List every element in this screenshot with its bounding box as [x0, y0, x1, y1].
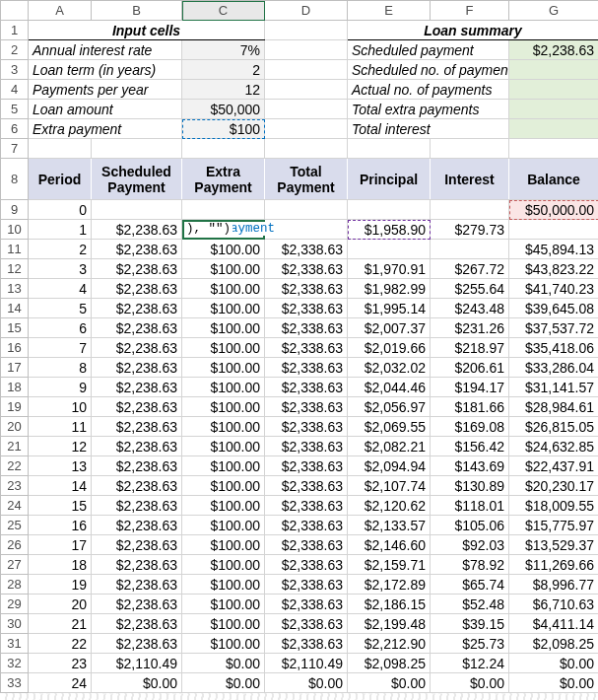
cell-period[interactable]: 19: [29, 575, 92, 595]
cell-period[interactable]: 12: [29, 437, 92, 456]
actual-no-value[interactable]: [509, 80, 599, 100]
row-6[interactable]: 6: [1, 119, 29, 139]
cell-period[interactable]: 14: [29, 476, 92, 496]
cell-scheduled[interactable]: $2,238.63: [92, 259, 182, 279]
cell-period[interactable]: 2: [29, 240, 92, 259]
col-G[interactable]: G: [509, 1, 599, 21]
cell-balance[interactable]: $0.00: [509, 654, 599, 673]
cell-total[interactable]: $2,338.63: [265, 417, 348, 437]
cell-scheduled[interactable]: $2,238.63: [92, 634, 182, 654]
row-32[interactable]: 32: [1, 654, 29, 673]
cell-interest[interactable]: $0.00: [431, 673, 509, 693]
cell-extra[interactable]: $100.00: [182, 555, 265, 575]
row-33[interactable]: 33: [1, 673, 29, 693]
cell-balance[interactable]: [509, 220, 599, 240]
row-30[interactable]: 30: [1, 614, 29, 634]
cell-period[interactable]: 6: [29, 318, 92, 338]
cell-principal[interactable]: $2,186.15: [348, 595, 431, 614]
cell-principal[interactable]: $1,970.91: [348, 259, 431, 279]
cell-extra[interactable]: $100.00: [182, 259, 265, 279]
cell-extra[interactable]: $0.00: [182, 673, 265, 693]
cell-scheduled[interactable]: [92, 200, 182, 220]
cell-balance[interactable]: $33,286.04: [509, 358, 599, 378]
cell-extra[interactable]: $100.00: [182, 299, 265, 318]
cell-interest[interactable]: $39.15: [431, 614, 509, 634]
cell-total[interactable]: $2,338.63: [265, 397, 348, 417]
cell-principal[interactable]: $2,212.90: [348, 634, 431, 654]
row-29[interactable]: 29: [1, 595, 29, 614]
cell-extra[interactable]: $100.00: [182, 318, 265, 338]
cell[interactable]: [509, 139, 599, 159]
cell-period[interactable]: 4: [29, 279, 92, 299]
cell-period[interactable]: 9: [29, 378, 92, 397]
cell-period[interactable]: 1: [29, 220, 92, 240]
cell-total[interactable]: $2,338.63: [265, 299, 348, 318]
row-15[interactable]: 15: [1, 318, 29, 338]
cell-interest[interactable]: $194.17: [431, 378, 509, 397]
cell-principal[interactable]: [348, 200, 431, 220]
cell-extra[interactable]: [182, 200, 265, 220]
cell-balance[interactable]: $13,529.37: [509, 535, 599, 555]
cell-interest[interactable]: $105.06: [431, 516, 509, 535]
row-21[interactable]: 21: [1, 437, 29, 456]
cell-scheduled[interactable]: $2,238.63: [92, 575, 182, 595]
cell-interest[interactable]: $25.73: [431, 634, 509, 654]
cell-total[interactable]: $2,338.63: [265, 555, 348, 575]
cell-scheduled[interactable]: $2,238.63: [92, 378, 182, 397]
total-extra-value[interactable]: [509, 100, 599, 119]
cell-extra[interactable]: $100.00: [182, 397, 265, 417]
cell-balance[interactable]: $39,645.08: [509, 299, 599, 318]
cell-balance[interactable]: $0.00: [509, 673, 599, 693]
cell-extra[interactable]: $100.00: [182, 437, 265, 456]
cell-interest[interactable]: $267.72: [431, 259, 509, 279]
row-10[interactable]: 10: [1, 220, 29, 240]
cell-total[interactable]: [265, 220, 348, 240]
cell-period[interactable]: 5: [29, 299, 92, 318]
cell[interactable]: [348, 139, 431, 159]
cell-principal[interactable]: $2,107.74: [348, 476, 431, 496]
cell-scheduled[interactable]: $2,238.63: [92, 535, 182, 555]
cell-balance[interactable]: $20,230.17: [509, 476, 599, 496]
row-28[interactable]: 28: [1, 575, 29, 595]
cell-total[interactable]: $2,338.63: [265, 614, 348, 634]
cell-interest[interactable]: $65.74: [431, 575, 509, 595]
cell-scheduled[interactable]: $2,238.63: [92, 299, 182, 318]
row-4[interactable]: 4: [1, 80, 29, 100]
cell-total[interactable]: $2,338.63: [265, 456, 348, 476]
cell-balance[interactable]: $31,141.57: [509, 378, 599, 397]
row-27[interactable]: 27: [1, 555, 29, 575]
cell-total[interactable]: $2,338.63: [265, 516, 348, 535]
cell-total[interactable]: $2,338.63: [265, 476, 348, 496]
cell-principal[interactable]: $2,199.48: [348, 614, 431, 634]
cell-balance[interactable]: $15,775.97: [509, 516, 599, 535]
cell-period[interactable]: 10: [29, 397, 92, 417]
cell-scheduled[interactable]: $2,238.63: [92, 516, 182, 535]
cell[interactable]: [182, 139, 265, 159]
cell-interest[interactable]: [431, 200, 509, 220]
cell-balance[interactable]: $45,894.13: [509, 240, 599, 259]
cell-balance[interactable]: $2,098.25: [509, 634, 599, 654]
cell-total[interactable]: $0.00: [265, 673, 348, 693]
cell-interest[interactable]: $78.92: [431, 555, 509, 575]
cell-scheduled[interactable]: $0.00: [92, 673, 182, 693]
row-22[interactable]: 22: [1, 456, 29, 476]
cell-scheduled[interactable]: $2,238.63: [92, 555, 182, 575]
cell-principal[interactable]: $1,982.99: [348, 279, 431, 299]
row-8[interactable]: 8: [1, 159, 29, 200]
cell-scheduled[interactable]: $2,238.63: [92, 417, 182, 437]
cell-balance[interactable]: $35,418.06: [509, 338, 599, 358]
cell-scheduled[interactable]: $2,238.63: [92, 358, 182, 378]
cell-scheduled[interactable]: $2,238.63: [92, 476, 182, 496]
cell-period[interactable]: 8: [29, 358, 92, 378]
sched-payment-value[interactable]: $2,238.63: [509, 40, 599, 60]
cell[interactable]: [265, 119, 348, 139]
row-5[interactable]: 5: [1, 100, 29, 119]
cell-period[interactable]: 3: [29, 259, 92, 279]
cell-interest[interactable]: $52.48: [431, 595, 509, 614]
cell-balance[interactable]: $28,984.61: [509, 397, 599, 417]
corner-cell[interactable]: [1, 1, 29, 21]
cell-period[interactable]: 7: [29, 338, 92, 358]
cell-scheduled[interactable]: $2,238.63: [92, 496, 182, 516]
cell-principal[interactable]: $2,159.71: [348, 555, 431, 575]
cell-scheduled[interactable]: $2,238.63: [92, 338, 182, 358]
